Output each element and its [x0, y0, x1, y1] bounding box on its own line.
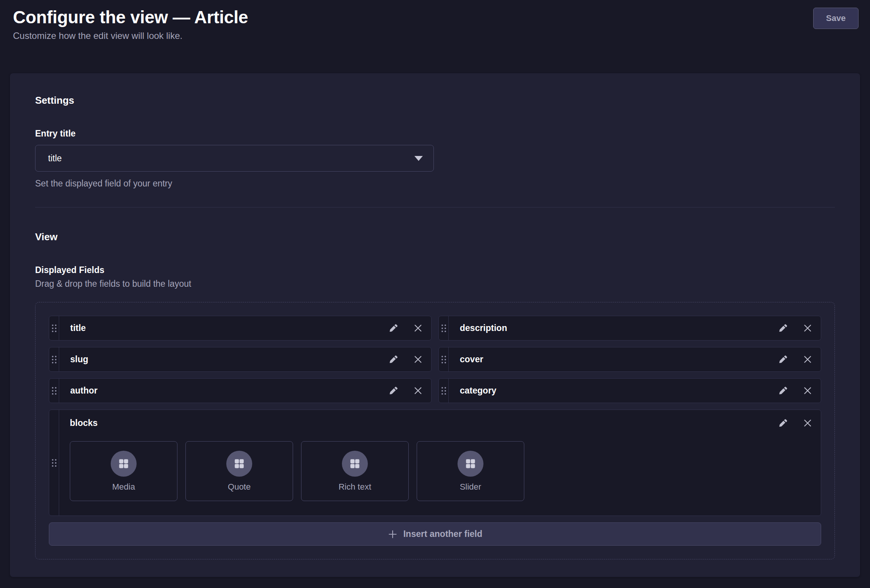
drag-handle[interactable] [439, 379, 449, 403]
drag-dots-icon [441, 387, 446, 395]
component-icon-circle [111, 451, 137, 477]
blocks-content: blocks Media [59, 410, 821, 516]
edit-field-button[interactable] [778, 355, 788, 365]
entry-title-field: Entry title title Set the displayed fiel… [35, 129, 835, 189]
configuration-panel: Settings Entry title title Set the displ… [10, 73, 860, 577]
blocks-header: blocks [70, 418, 821, 428]
x-icon [803, 418, 812, 428]
drag-handle[interactable] [49, 379, 59, 403]
chevron-down-icon [414, 156, 423, 161]
insert-another-field-label: Insert another field [403, 529, 482, 539]
insert-another-field-button[interactable]: Insert another field [49, 522, 821, 546]
field-row-title: title [49, 316, 432, 341]
remove-field-button[interactable] [802, 418, 812, 428]
save-button[interactable]: Save [813, 8, 859, 29]
x-icon [803, 323, 812, 333]
fields-dropzone: title description [35, 302, 835, 559]
component-label: Quote [228, 482, 251, 492]
field-row-category: category [438, 378, 821, 403]
edit-field-button[interactable] [778, 386, 788, 396]
entry-title-select[interactable]: title [35, 145, 434, 172]
displayed-fields-label: Displayed Fields [35, 265, 835, 275]
drag-dots-icon [52, 325, 56, 332]
component-cards: Media Quote Rich text [70, 441, 821, 501]
field-name-label: cover [449, 354, 483, 365]
pencil-icon [778, 355, 788, 364]
edit-field-button[interactable] [388, 355, 398, 365]
edit-field-button[interactable] [388, 323, 398, 333]
field-row-blocks: blocks Media [49, 410, 821, 516]
field-name-label: blocks [70, 418, 98, 428]
field-name-label: category [449, 386, 496, 396]
x-icon [413, 323, 423, 333]
pencil-icon [778, 418, 788, 428]
field-row-actions [388, 323, 431, 333]
component-icon-circle [342, 451, 368, 477]
drag-dots-icon [52, 459, 56, 467]
field-row-author: author [49, 378, 432, 403]
field-row-actions [778, 386, 821, 396]
remove-field-button[interactable] [802, 355, 812, 365]
pencil-icon [389, 355, 398, 364]
remove-field-button[interactable] [413, 355, 423, 365]
grid-icon [349, 458, 361, 470]
field-name-label: author [59, 386, 98, 396]
x-icon [803, 355, 812, 364]
page-subtitle: Customize how the edit view will look li… [13, 31, 248, 41]
pencil-icon [389, 323, 398, 333]
entry-title-hint: Set the displayed field of your entry [35, 178, 835, 189]
x-icon [413, 386, 423, 395]
field-name-label: title [59, 323, 86, 333]
entry-title-select-value: title [48, 153, 62, 164]
field-name-label: slug [59, 354, 88, 365]
field-row-actions [388, 355, 431, 365]
section-divider [35, 207, 835, 207]
edit-field-button[interactable] [388, 386, 398, 396]
page-header-text: Configure the view — Article Customize h… [13, 7, 248, 41]
field-row-description: description [438, 316, 821, 341]
settings-heading: Settings [35, 95, 835, 106]
component-icon-circle [226, 451, 252, 477]
drag-handle[interactable] [439, 316, 449, 340]
field-row-actions [778, 418, 821, 428]
field-row-cover: cover [438, 347, 821, 372]
field-name-label: description [449, 323, 507, 333]
component-label: Rich text [338, 482, 371, 492]
x-icon [413, 355, 423, 364]
edit-field-button[interactable] [778, 418, 788, 428]
field-row-actions [388, 386, 431, 396]
field-row-actions [778, 355, 821, 365]
component-card-media[interactable]: Media [70, 441, 177, 501]
drag-dots-icon [52, 356, 56, 363]
field-row-slug: slug [49, 347, 432, 372]
field-row-actions [778, 323, 821, 333]
view-heading: View [35, 231, 835, 243]
drag-dots-icon [441, 356, 446, 363]
drag-dots-icon [441, 325, 446, 332]
component-card-slider[interactable]: Slider [417, 441, 524, 501]
remove-field-button[interactable] [802, 386, 812, 396]
component-card-rich-text[interactable]: Rich text [301, 441, 409, 501]
grid-icon [464, 458, 477, 470]
drag-handle[interactable] [49, 316, 59, 340]
pencil-icon [778, 323, 788, 333]
page-header: Configure the view — Article Customize h… [0, 0, 870, 41]
plus-icon [388, 529, 398, 539]
component-label: Slider [460, 482, 481, 492]
drag-dots-icon [52, 387, 56, 395]
remove-field-button[interactable] [413, 386, 423, 396]
drag-handle[interactable] [49, 410, 59, 516]
drag-handle[interactable] [439, 347, 449, 371]
remove-field-button[interactable] [413, 323, 423, 333]
x-icon [803, 386, 812, 395]
pencil-icon [389, 386, 398, 395]
component-icon-circle [458, 451, 483, 477]
page-title: Configure the view — Article [13, 7, 248, 28]
drag-handle[interactable] [49, 347, 59, 371]
entry-title-label: Entry title [35, 129, 835, 139]
grid-icon [118, 458, 130, 470]
edit-field-button[interactable] [778, 323, 788, 333]
grid-icon [233, 458, 245, 470]
remove-field-button[interactable] [802, 323, 812, 333]
component-card-quote[interactable]: Quote [185, 441, 293, 501]
